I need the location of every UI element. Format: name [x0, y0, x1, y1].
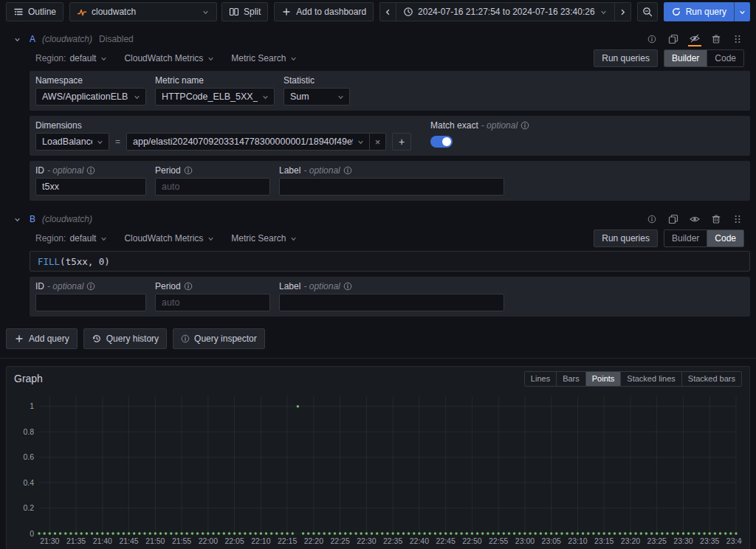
- add-dimension-button[interactable]: +: [392, 133, 411, 151]
- run-query-dropdown-button[interactable]: [734, 2, 750, 21]
- query-a-header: A (cloudwatch) Disabled: [6, 30, 750, 49]
- drag-handle-icon: [732, 214, 743, 224]
- chevron-down-icon: [207, 235, 215, 243]
- query-a-remove-button[interactable]: [709, 32, 723, 46]
- query-b-header: B (cloudwatch): [6, 210, 750, 229]
- query-actions-row: Add query Query history Query inspector: [6, 328, 750, 349]
- svg-text:23:00: 23:00: [515, 536, 535, 545]
- dimension-value-group: app/elasti20240709203314778300000001/189…: [126, 133, 386, 151]
- code-editor[interactable]: FILL(t5xx, 0): [30, 251, 750, 272]
- time-series-chart[interactable]: 00.20.40.60.8121:3021:3521:4021:4521:502…: [14, 387, 742, 549]
- statistic-select[interactable]: Sum: [284, 88, 350, 106]
- code-mode-option[interactable]: Code: [707, 50, 743, 66]
- svg-text:0.8: 0.8: [23, 427, 34, 436]
- time-range-button[interactable]: 2024-07-16 21:27:54 to 2024-07-16 23:40:…: [396, 2, 615, 21]
- add-to-dashboard-button[interactable]: Add to dashboard: [274, 2, 374, 21]
- time-range-text: 2024-07-16 21:27:54 to 2024-07-16 23:40:…: [418, 7, 595, 17]
- sync-icon: [671, 7, 681, 17]
- trash-icon: [711, 214, 721, 224]
- code-mode-option[interactable]: Code: [707, 230, 743, 246]
- run-queries-button[interactable]: Run queries: [594, 229, 658, 247]
- time-shift-forward-button[interactable]: [615, 2, 631, 21]
- query-a-actions: [645, 32, 744, 46]
- collapse-query-b-button[interactable]: [12, 215, 23, 224]
- region-select[interactable]: Region: default: [35, 233, 108, 244]
- split-icon: [229, 7, 239, 17]
- query-a-ref-id: A: [30, 34, 35, 44]
- svg-text:21:55: 21:55: [172, 536, 191, 545]
- dimension-key-select[interactable]: LoadBalancer: [35, 133, 109, 151]
- eye-slash-icon: [690, 33, 700, 44]
- namespace-select[interactable]: AWS/ApplicationELB: [35, 88, 146, 106]
- time-shift-back-button[interactable]: [379, 2, 396, 21]
- metrics-mode-select[interactable]: CloudWatch Metrics: [124, 233, 215, 244]
- dimension-value-select[interactable]: app/elasti20240709203314778300000001/189…: [126, 133, 370, 151]
- run-query-label: Run query: [686, 7, 726, 17]
- style-option-bars[interactable]: Bars: [556, 372, 585, 386]
- graph-style-selector: Lines Bars Points Stacked lines Stacked …: [524, 371, 742, 387]
- search-mode-select[interactable]: Metric Search: [231, 53, 298, 63]
- metrics-mode-value: CloudWatch Metrics: [124, 233, 203, 244]
- code-keyword: FILL: [38, 256, 60, 267]
- search-mode-select[interactable]: Metric Search: [231, 233, 298, 244]
- period-input[interactable]: [155, 178, 270, 196]
- query-history-label: Query history: [106, 334, 159, 344]
- query-a-toggle-visibility-button[interactable]: [688, 32, 701, 46]
- datasource-picker[interactable]: cloudwatch: [69, 2, 217, 21]
- svg-text:23:30: 23:30: [673, 536, 693, 545]
- query-a-duplicate-button[interactable]: [667, 32, 680, 46]
- style-option-stacked-bars[interactable]: Stacked bars: [681, 372, 741, 386]
- builder-mode-option[interactable]: Builder: [664, 50, 707, 66]
- run-queries-button[interactable]: Run queries: [594, 49, 658, 67]
- region-value: default: [69, 53, 96, 63]
- label-input[interactable]: [279, 294, 504, 311]
- outline-button[interactable]: Outline: [6, 2, 63, 21]
- time-picker-group: 2024-07-16 21:27:54 to 2024-07-16 23:40:…: [379, 2, 631, 21]
- query-b-help-button[interactable]: [645, 212, 659, 227]
- add-query-label: Add query: [29, 334, 69, 344]
- metric-name-select[interactable]: HTTPCode_ELB_5XX_Count: [155, 88, 275, 106]
- period-input[interactable]: [155, 294, 270, 311]
- query-a-help-button[interactable]: [645, 32, 659, 46]
- query-history-button[interactable]: Query history: [83, 328, 167, 349]
- query-b-remove-button[interactable]: [709, 212, 723, 227]
- collapse-query-a-button[interactable]: [12, 35, 23, 44]
- svg-text:23:35: 23:35: [700, 536, 719, 545]
- run-query-button[interactable]: Run query: [664, 2, 734, 21]
- svg-text:23:40: 23:40: [726, 536, 742, 545]
- label-input[interactable]: [279, 178, 504, 196]
- query-b-ref-id: B: [30, 214, 35, 224]
- run-query-split-button: Run query: [664, 2, 750, 21]
- query-id-input[interactable]: [35, 178, 146, 196]
- svg-text:22:00: 22:00: [199, 536, 218, 545]
- zoom-out-button[interactable]: [637, 2, 658, 21]
- meta-band-a: ID - optional Period Label: [30, 161, 750, 201]
- split-button[interactable]: Split: [221, 2, 268, 21]
- match-exact-field: Match exact - optional: [430, 120, 529, 151]
- chevron-down-icon: [96, 138, 104, 146]
- add-query-button[interactable]: Add query: [6, 328, 78, 349]
- statistic-label: Statistic: [284, 75, 315, 86]
- query-b-drag-handle[interactable]: [731, 212, 744, 227]
- query-b-mode-right: Run queries Builder Code: [594, 229, 744, 247]
- period-label: Period: [155, 165, 181, 176]
- metrics-mode-select[interactable]: CloudWatch Metrics: [124, 53, 215, 63]
- remove-dimension-button[interactable]: ×: [370, 133, 386, 151]
- match-exact-toggle[interactable]: [430, 136, 453, 148]
- style-option-lines[interactable]: Lines: [525, 372, 556, 386]
- style-option-stacked-lines[interactable]: Stacked lines: [620, 372, 681, 386]
- query-b-duplicate-button[interactable]: [667, 212, 680, 227]
- svg-text:22:35: 22:35: [383, 536, 402, 545]
- style-option-points[interactable]: Points: [585, 372, 621, 386]
- statistic-value: Sum: [290, 92, 333, 102]
- query-id-input[interactable]: [35, 294, 146, 311]
- query-a-drag-handle[interactable]: [731, 32, 744, 46]
- svg-text:22:20: 22:20: [304, 536, 323, 545]
- id-label: ID: [35, 281, 44, 291]
- region-select[interactable]: Region: default: [35, 53, 108, 63]
- outline-icon: [13, 7, 24, 17]
- query-b-toggle-visibility-button[interactable]: [688, 212, 701, 227]
- query-a-mode-right: Run queries Builder Code: [594, 49, 744, 67]
- builder-mode-option[interactable]: Builder: [664, 230, 707, 246]
- query-inspector-button[interactable]: Query inspector: [173, 328, 265, 349]
